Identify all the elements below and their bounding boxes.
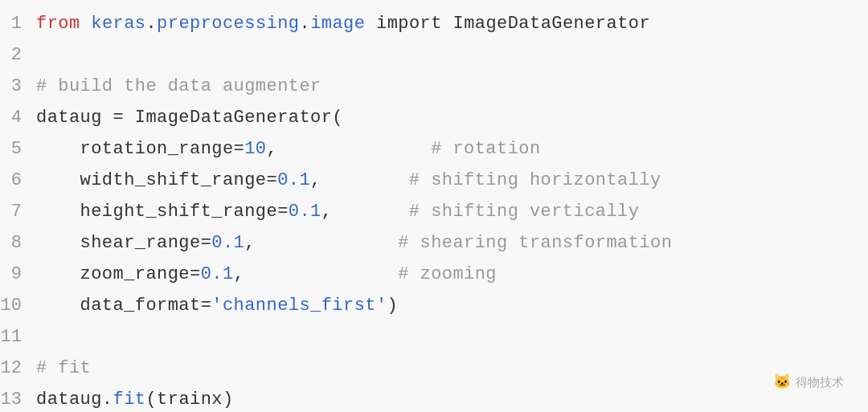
code-content: # fit — [36, 353, 91, 384]
code-content: zoom_range=0.1, # zooming — [36, 259, 497, 290]
code-line: 12# fit — [0, 353, 868, 384]
code-token: . — [102, 390, 113, 410]
code-token: import — [376, 14, 442, 34]
code-block: 1from keras.preprocessing.image import I… — [0, 0, 868, 412]
watermark-text: 得物技术 — [796, 366, 844, 398]
watermark: 🐱 得物技术 — [773, 366, 844, 398]
code-token: , — [234, 264, 245, 284]
code-token: # shifting horizontally — [321, 170, 661, 190]
code-token: , — [267, 139, 278, 159]
code-token: 0.1 — [211, 233, 244, 253]
code-token: dataug — [36, 390, 102, 410]
code-token: , — [321, 202, 333, 222]
code-line: 2 — [0, 39, 868, 71]
code-content: rotation_range=10, # rotation — [36, 133, 541, 165]
line-number: 2 — [0, 39, 36, 71]
code-content: data_format='channels_first') — [36, 290, 398, 321]
line-number: 10 — [0, 290, 36, 321]
code-line: 9 zoom_range=0.1, # zooming — [0, 259, 868, 290]
code-line: 6 width_shift_range=0.1, # shifting hori… — [0, 165, 868, 196]
code-token: 'channels_first' — [211, 296, 387, 316]
line-number: 11 — [0, 321, 36, 353]
code-token: from — [36, 14, 80, 34]
line-number: 6 — [0, 165, 36, 196]
code-token: . — [299, 14, 310, 34]
line-number: 1 — [0, 8, 36, 39]
code-token: # build the data augmenter — [36, 76, 321, 96]
code-token: keras — [91, 14, 145, 34]
line-number: 9 — [0, 259, 36, 290]
code-content: # build the data augmenter — [36, 71, 321, 102]
code-line: 13dataug.fit(trainx) — [0, 384, 868, 412]
code-token: rotation_range= — [36, 139, 244, 159]
code-line: 3# build the data augmenter — [0, 71, 868, 102]
code-token: fit — [113, 390, 146, 410]
line-number: 5 — [0, 133, 36, 165]
code-token: preprocessing — [157, 14, 299, 34]
code-content: height_shift_range=0.1, # shifting verti… — [36, 196, 639, 227]
code-line: 7 height_shift_range=0.1, # shifting ver… — [0, 196, 868, 227]
code-line: 5 rotation_range=10, # rotation — [0, 133, 868, 165]
code-token: image — [310, 14, 365, 34]
code-token — [365, 14, 376, 34]
code-token: dataug = ImageDataGenerator( — [36, 108, 343, 128]
code-token: (trainx) — [145, 390, 233, 410]
code-token: # shifting vertically — [332, 202, 639, 222]
line-number: 12 — [0, 353, 36, 384]
code-line: 1from keras.preprocessing.image import I… — [0, 8, 868, 39]
code-token — [80, 14, 92, 34]
code-line: 8 shear_range=0.1, # shearing transforma… — [0, 227, 868, 259]
watermark-icon: 🐱 — [773, 366, 791, 398]
line-number: 13 — [0, 384, 36, 412]
line-number: 4 — [0, 102, 36, 133]
code-token: zoom_range= — [36, 264, 201, 284]
line-number: 8 — [0, 227, 36, 259]
code-token: 0.1 — [277, 170, 310, 190]
code-content: dataug = ImageDataGenerator( — [36, 102, 343, 133]
code-token: # shearing transformation — [256, 233, 672, 253]
code-token: 0.1 — [289, 202, 321, 222]
code-token: ) — [387, 296, 399, 316]
code-token: height_shift_range= — [36, 202, 289, 222]
code-token: , — [310, 170, 321, 190]
code-line: 11 — [0, 321, 868, 353]
code-token: # fit — [36, 358, 91, 378]
code-content: shear_range=0.1, # shearing transformati… — [36, 227, 672, 259]
code-token: 0.1 — [201, 264, 234, 284]
code-token: ImageDataGenerator — [442, 14, 650, 34]
code-line: 10 data_format='channels_first') — [0, 290, 868, 321]
code-token: 10 — [244, 139, 266, 159]
code-content: dataug.fit(trainx) — [36, 384, 234, 412]
code-line: 4dataug = ImageDataGenerator( — [0, 102, 868, 133]
code-content: from keras.preprocessing.image import Im… — [36, 8, 650, 39]
code-token: shear_range= — [36, 233, 211, 253]
code-token: # zooming — [244, 264, 497, 284]
code-token: data_format= — [36, 296, 211, 316]
code-token: width_shift_range= — [36, 170, 277, 190]
code-token: , — [244, 233, 256, 253]
code-content: width_shift_range=0.1, # shifting horizo… — [36, 165, 661, 196]
code-token: . — [145, 14, 157, 34]
line-number: 3 — [0, 71, 36, 102]
code-token: # rotation — [277, 139, 540, 159]
line-number: 7 — [0, 196, 36, 227]
